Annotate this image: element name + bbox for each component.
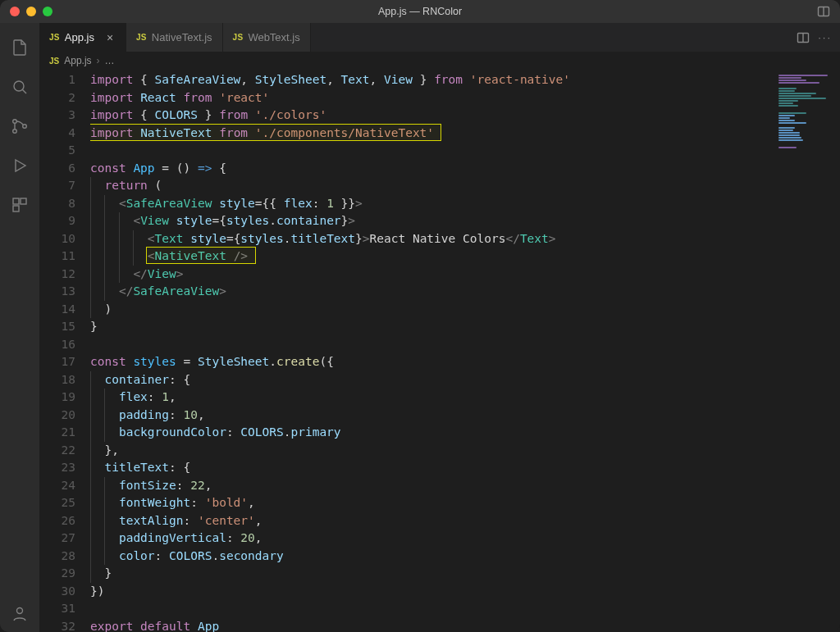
code-line: flex: 1, — [90, 389, 774, 407]
code-line: <SafeAreaView style={{ flex: 1 }}> — [90, 195, 774, 213]
explorer-icon[interactable] — [0, 30, 39, 66]
code-line: paddingVertical: 20, — [90, 530, 774, 548]
code-line: <View style={styles.container}> — [90, 212, 774, 230]
code-line: }) — [90, 583, 774, 601]
line-number: 1 — [39, 71, 75, 89]
editor-tab[interactable]: JSApp.js× — [39, 23, 126, 52]
line-number: 29 — [39, 565, 75, 583]
svg-rect-8 — [13, 198, 19, 204]
source-control-icon[interactable] — [0, 108, 39, 144]
minimap-line — [778, 117, 790, 119]
accounts-icon[interactable] — [0, 596, 39, 632]
code-line: import { COLORS } from './colors' — [90, 107, 774, 125]
minimap-line — [778, 95, 811, 97]
tab-label: WebText.js — [248, 31, 299, 43]
code-line — [90, 142, 774, 160]
svg-rect-10 — [13, 206, 19, 211]
editor-tabs: JSApp.js×JSNativeText.jsJSWebText.js ··· — [39, 23, 840, 52]
line-number: 31 — [39, 600, 75, 618]
js-file-icon: JS — [136, 33, 147, 42]
minimap-line — [778, 93, 816, 94]
chevron-right-icon: › — [97, 55, 100, 66]
activity-bar — [0, 23, 39, 632]
minimap-line — [778, 127, 795, 129]
svg-point-4 — [13, 120, 17, 124]
line-number: 4 — [39, 125, 75, 143]
close-window-button[interactable] — [10, 7, 20, 16]
extensions-icon[interactable] — [0, 187, 39, 223]
line-number: 12 — [39, 266, 75, 284]
editor-tab[interactable]: JSWebText.js — [223, 23, 311, 52]
minimap-line — [778, 139, 803, 141]
editor-tab[interactable]: JSNativeText.js — [126, 23, 223, 52]
line-number: 16 — [39, 336, 75, 354]
svg-marker-7 — [16, 160, 25, 171]
line-number: 27 — [39, 530, 75, 548]
code-line: </SafeAreaView> — [90, 283, 774, 301]
code-line: </View> — [90, 266, 774, 284]
line-number: 22 — [39, 442, 75, 460]
code-editor[interactable]: 1234567891011121314151617181920212223242… — [39, 70, 840, 632]
minimap-line — [778, 98, 826, 99]
code-line: container: { — [90, 371, 774, 389]
search-icon[interactable] — [0, 69, 39, 105]
minimap-line — [778, 80, 806, 81]
panel-layout-icon[interactable] — [817, 5, 830, 18]
minimap-line — [778, 120, 795, 121]
line-number: 23 — [39, 459, 75, 477]
svg-point-5 — [13, 130, 17, 134]
code-line: <Text style={styles.titleText}>React Nat… — [90, 230, 774, 248]
breadcrumb[interactable]: JS App.js › … — [39, 52, 840, 70]
code-content[interactable]: import { SafeAreaView, StyleSheet, Text,… — [90, 70, 774, 632]
zoom-window-button[interactable] — [43, 7, 52, 16]
code-line — [90, 600, 774, 618]
tab-label: NativeText.js — [152, 31, 212, 43]
minimap[interactable] — [774, 70, 840, 632]
line-number: 32 — [39, 618, 75, 633]
minimap-line — [778, 147, 797, 148]
code-line: import NativeText from './components/Nat… — [90, 125, 774, 143]
svg-point-6 — [23, 125, 27, 129]
code-line — [90, 336, 774, 354]
svg-point-11 — [17, 608, 23, 614]
close-tab-icon[interactable]: × — [104, 32, 116, 43]
minimap-line — [778, 88, 797, 89]
js-file-icon: JS — [49, 57, 59, 66]
minimap-line — [778, 115, 795, 116]
line-number: 2 — [39, 89, 75, 107]
code-line: <NativeText /> — [90, 248, 774, 266]
line-number: 14 — [39, 301, 75, 319]
line-number: 28 — [39, 548, 75, 566]
svg-point-2 — [14, 81, 24, 91]
minimap-line — [778, 130, 793, 131]
more-actions-icon[interactable]: ··· — [818, 31, 832, 43]
js-file-icon: JS — [233, 33, 244, 42]
line-number: 13 — [39, 283, 75, 301]
line-number: 24 — [39, 477, 75, 495]
svg-line-3 — [23, 90, 27, 94]
code-line: export default App — [90, 618, 774, 633]
minimap-line — [778, 90, 795, 92]
js-file-icon: JS — [49, 33, 60, 42]
window-title: App.js — RNColor — [0, 6, 840, 17]
code-line: } — [90, 318, 774, 336]
line-number: 10 — [39, 230, 75, 248]
minimize-window-button[interactable] — [26, 7, 36, 16]
minimap-line — [778, 77, 801, 79]
line-number: 18 — [39, 371, 75, 389]
line-number: 5 — [39, 142, 75, 160]
code-line: fontSize: 22, — [90, 477, 774, 495]
breadcrumb-trail: … — [105, 55, 115, 66]
line-number: 9 — [39, 212, 75, 230]
line-number: 25 — [39, 494, 75, 512]
minimap-line — [778, 75, 828, 76]
line-number: 17 — [39, 353, 75, 371]
line-number-gutter: 1234567891011121314151617181920212223242… — [39, 70, 90, 632]
minimap-line — [778, 102, 793, 104]
split-editor-icon[interactable] — [797, 31, 810, 44]
minimap-line — [778, 105, 798, 107]
line-number: 8 — [39, 195, 75, 213]
line-number: 3 — [39, 107, 75, 125]
line-number: 21 — [39, 424, 75, 442]
run-debug-icon[interactable] — [0, 148, 39, 184]
